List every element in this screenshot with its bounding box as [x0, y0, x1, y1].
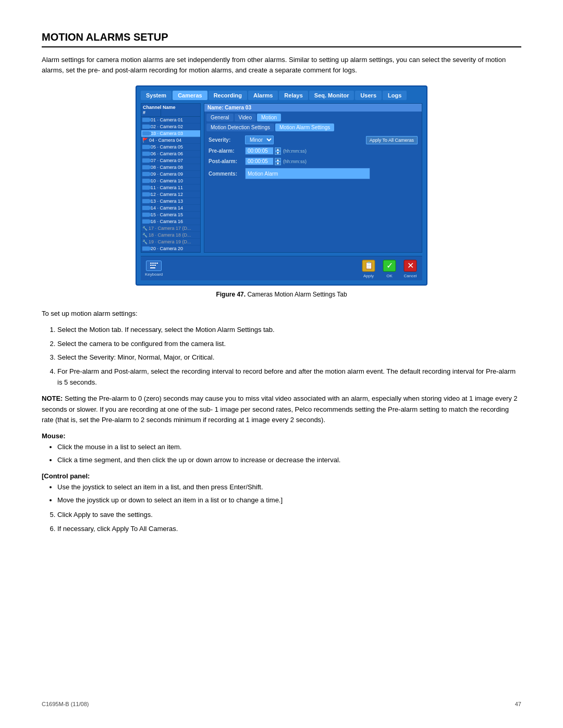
main-content: Channel # Name 01 · Camera 01 02 · Camer… — [141, 103, 422, 253]
subtab-motion[interactable]: Motion — [257, 114, 281, 121]
col-channel: Channel # — [141, 104, 161, 116]
camera-icon-13 — [142, 199, 150, 203]
camera-item-17[interactable]: 🔧 17 · Camera 17 (D... — [141, 225, 200, 232]
camera-icon-05 — [142, 145, 150, 149]
control-bullet-1: Use the joystick to select an item in a … — [57, 482, 521, 493]
camera-icon-15 — [142, 213, 150, 217]
mouse-heading: Mouse: — [42, 432, 521, 440]
tab-alarms[interactable]: Alarms — [248, 91, 278, 100]
camera-item-08[interactable]: 08 · Camera 08 — [141, 164, 200, 171]
camera-item-02[interactable]: 02 · Camera 02 — [141, 124, 200, 130]
step-1: Select the Motion tab. If necessary, sel… — [57, 325, 521, 336]
mouse-bullets: Click the mouse in a list to select an i… — [57, 442, 521, 466]
pre-alarm-label: Pre-alarm: — [209, 148, 245, 154]
settings-tab-alarm[interactable]: Motion Alarm Settings — [275, 124, 334, 131]
post-alarm-up[interactable]: ▲ — [275, 158, 281, 162]
camera-icon-08 — [142, 165, 150, 169]
post-alarm-down[interactable]: ▼ — [275, 162, 281, 165]
camera-item-03[interactable]: 03 · Camera 03 — [141, 130, 200, 137]
camera-item-20[interactable]: 20 · Camera 20 — [141, 245, 200, 252]
camera-item-14[interactable]: 14 · Camera 14 — [141, 205, 200, 212]
post-alarm-input[interactable] — [245, 157, 274, 165]
tab-system[interactable]: System — [141, 91, 172, 100]
svg-text:✕: ✕ — [407, 261, 414, 270]
svg-text:✓: ✓ — [386, 261, 393, 270]
camera-icon-14 — [142, 206, 150, 210]
comments-row: Comments: — [209, 168, 418, 179]
camera-item-15[interactable]: 15 · Camera 15 — [141, 212, 200, 218]
tab-users[interactable]: Users — [355, 91, 382, 100]
settings-tab-detection[interactable]: Motion Detection Settings — [206, 124, 274, 131]
tab-recording[interactable]: Recording — [209, 91, 247, 100]
camera-icon-20 — [142, 246, 150, 251]
mouse-bullet-2: Click a time segment, and then click the… — [57, 455, 521, 466]
camera-item-19[interactable]: 🔧 19 · Camera 19 (D... — [141, 239, 200, 245]
comments-label: Comments: — [209, 171, 245, 177]
tab-relays[interactable]: Relays — [279, 91, 308, 100]
camera-item-04[interactable]: 🚩 04 · Camera 04 — [141, 137, 200, 144]
step-6: If necessary, click Apply To All Cameras… — [57, 524, 521, 535]
camera-item-10[interactable]: 10 · Camera 10 — [141, 178, 200, 184]
camera-icon-09 — [142, 172, 150, 176]
step-3: Select the Severity: Minor, Normal, Majo… — [57, 352, 521, 363]
camera-item-16[interactable]: 16 · Camera 16 — [141, 218, 200, 225]
ui-screenshot: System Cameras Recording Alarms Relays S… — [136, 85, 427, 286]
camera-icon-11 — [142, 186, 150, 190]
intro-paragraph: Alarm settings for camera motion alarms … — [42, 55, 521, 75]
subtab-general[interactable]: General — [206, 114, 234, 121]
pre-alarm-up[interactable]: ▲ — [275, 147, 281, 151]
keyboard-button[interactable]: Keyboard — [145, 261, 163, 277]
bottom-toolbar: Keyboard 📋 Apply ✓ OK — [141, 256, 422, 280]
footer: C1695M-B (11/08) 47 — [42, 701, 521, 707]
apply-button[interactable]: 📋 Apply — [361, 258, 376, 278]
camera-icon-06 — [142, 152, 150, 156]
tab-logs[interactable]: Logs — [383, 91, 407, 100]
camera-list-header: Channel # Name — [141, 104, 200, 117]
severity-select[interactable]: Minor Normal Major Critical — [245, 135, 274, 144]
camera-item-09[interactable]: 09 · Camera 09 — [141, 171, 200, 178]
pre-alarm-unit: (hh:mm:ss) — [283, 149, 307, 154]
severity-label: Severity: — [209, 137, 245, 143]
apply-icon: 📋 — [361, 258, 376, 273]
tab-seq-monitor[interactable]: Seq. Monitor — [309, 91, 354, 100]
camera-item-07[interactable]: 07 · Camera 07 — [141, 157, 200, 164]
camera-icon-03 — [142, 131, 150, 135]
pre-alarm-input[interactable] — [245, 147, 274, 155]
page-title: MOTION ALARMS SETUP — [42, 31, 521, 47]
post-alarm-spinner: ▲ ▼ — [275, 158, 281, 165]
subtab-video[interactable]: Video — [235, 114, 256, 121]
camera-icon-01 — [142, 118, 150, 122]
ok-icon: ✓ — [382, 258, 397, 273]
pre-alarm-spinner: ▲ ▼ — [275, 147, 281, 155]
keyboard-label: Keyboard — [145, 272, 163, 277]
apply-all-cameras-button[interactable]: Apply To All Cameras — [366, 136, 418, 144]
camera-item-01[interactable]: 01 · Camera 01 — [141, 117, 200, 124]
step-2: Select the camera to be configured from … — [57, 339, 521, 350]
camera-item-13[interactable]: 13 · Camera 13 — [141, 198, 200, 205]
camera-name-value: Camera 03 — [225, 105, 251, 110]
step-4: For Pre-alarm and Post-alarm, select the… — [57, 366, 521, 388]
apply-label: Apply — [363, 274, 374, 278]
comments-input[interactable] — [245, 168, 370, 179]
post-alarm-unit: (hh:mm:ss) — [283, 159, 307, 164]
camera-item-11[interactable]: 11 · Camera 11 — [141, 184, 200, 191]
camera-item-18[interactable]: 🔧 18 · Camera 18 (D... — [141, 232, 200, 239]
camera-item-05[interactable]: 05 · Camera 05 — [141, 144, 200, 151]
camera-list: Channel # Name 01 · Camera 01 02 · Camer… — [141, 103, 201, 253]
control-bullets: Use the joystick to select an item in a … — [57, 482, 521, 506]
col-name: Name — [161, 104, 177, 116]
ok-button[interactable]: ✓ OK — [382, 258, 397, 278]
ok-label: OK — [386, 274, 393, 278]
camera-icon-02 — [142, 125, 150, 129]
cancel-button[interactable]: ✕ Cancel — [402, 258, 418, 278]
svg-text:📋: 📋 — [364, 261, 374, 270]
nav-tabs: System Cameras Recording Alarms Relays S… — [141, 91, 422, 100]
sub-tabs: General Video Motion — [204, 114, 422, 124]
keyboard-icon — [146, 261, 162, 271]
camera-item-06[interactable]: 06 · Camera 06 — [141, 151, 200, 157]
pre-alarm-down[interactable]: ▼ — [275, 151, 281, 155]
post-alarm-label: Post-alarm: — [209, 158, 245, 164]
footer-left: C1695M-B (11/08) — [42, 701, 89, 707]
tab-cameras[interactable]: Cameras — [173, 91, 207, 100]
camera-item-12[interactable]: 12 · Camera 12 — [141, 191, 200, 198]
